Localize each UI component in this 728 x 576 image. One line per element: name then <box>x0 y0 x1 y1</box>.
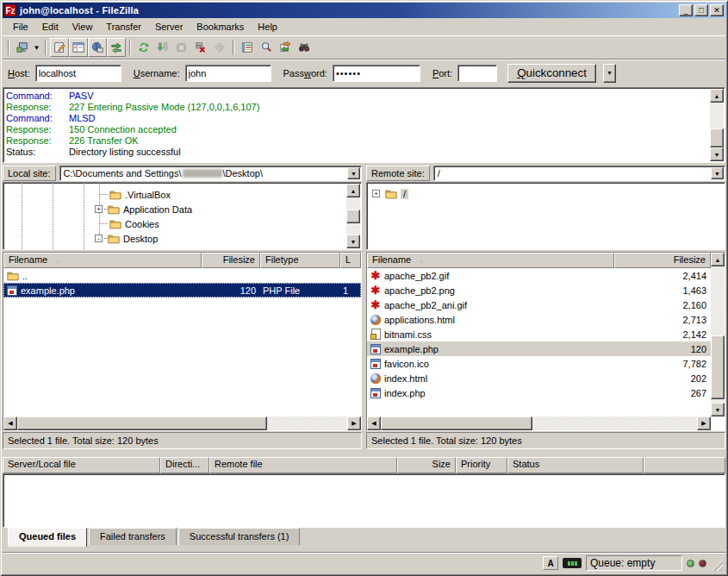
scroll-up-button[interactable]: ▲ <box>711 253 725 266</box>
scroll-thumb[interactable] <box>710 128 724 147</box>
tree-item-cookies[interactable]: Cookies <box>109 216 159 231</box>
site-manager-dropdown[interactable]: ▼ <box>32 38 41 57</box>
refresh-button[interactable] <box>134 38 153 57</box>
toggle-local-tree-button[interactable] <box>69 38 88 57</box>
generic-file-icon <box>370 359 381 369</box>
password-input[interactable] <box>333 65 420 82</box>
remote-directory-tree[interactable]: + / <box>366 182 725 250</box>
file-row[interactable]: bitnami.css2,142 <box>367 327 711 341</box>
process-queue-button[interactable] <box>153 38 172 57</box>
column-header-size[interactable]: Size <box>397 457 456 473</box>
local-path-combobox[interactable]: C:\Documents and Settings\\Desktop\ ▼ <box>59 166 362 181</box>
tree-item-root[interactable]: + / <box>372 186 408 201</box>
column-header-last-modified[interactable]: L <box>340 253 361 268</box>
quickconnect-button[interactable]: Quickconnect <box>507 64 596 83</box>
menu-edit[interactable]: Edit <box>35 20 65 34</box>
scroll-left-button[interactable]: ◀ <box>367 416 381 430</box>
app-logo-icon: Fz <box>4 4 16 16</box>
speed-limit-indicator-icon[interactable] <box>563 558 582 568</box>
tree-item-application-data[interactable]: + Application Data <box>95 202 192 216</box>
scroll-thumb[interactable] <box>711 335 725 399</box>
file-row[interactable]: applications.html2,713 <box>367 312 711 327</box>
tree-item-virtualbox[interactable]: .VirtualBox <box>109 187 171 202</box>
local-horizontal-scrollbar[interactable]: ◀ ▶ <box>3 416 361 430</box>
scroll-right-button[interactable]: ▶ <box>697 416 711 430</box>
filter-button[interactable] <box>238 38 257 57</box>
tab-failed-transfers[interactable]: Failed transfers <box>89 528 177 545</box>
data-type-indicator-icon[interactable]: A <box>543 556 558 570</box>
remote-vertical-scrollbar[interactable]: ▲ ▼ <box>711 253 725 416</box>
column-header-filename[interactable]: Filename▲ <box>367 253 614 268</box>
column-header-server-local-file[interactable]: Server/Local file <box>3 457 160 473</box>
host-input[interactable] <box>35 65 121 82</box>
parent-directory-row[interactable]: .. <box>3 268 361 283</box>
tree-item-desktop[interactable]: - Desktop <box>95 231 158 246</box>
log-line: Status:Directory listing successful <box>3 147 725 158</box>
username-label: Username: <box>134 68 180 78</box>
scroll-thumb[interactable] <box>381 416 532 430</box>
expand-icon[interactable]: + <box>95 205 103 213</box>
local-directory-tree[interactable]: .VirtualBox + Application Data Cookies -… <box>3 182 362 250</box>
combobox-dropdown-icon[interactable]: ▼ <box>711 167 724 179</box>
scroll-thumb[interactable] <box>346 210 360 223</box>
find-files-button[interactable] <box>295 38 314 57</box>
close-button[interactable]: ✕ <box>710 4 724 16</box>
scroll-down-button[interactable]: ▼ <box>346 235 360 248</box>
minimize-button[interactable]: _ <box>679 4 693 16</box>
file-row[interactable]: favicon.ico7,782 <box>367 356 711 371</box>
scroll-down-button[interactable]: ▼ <box>710 147 724 161</box>
menu-server[interactable]: Server <box>148 20 190 34</box>
file-row-selected[interactable]: example.php 120 PHP File 1 <box>3 283 361 297</box>
toggle-message-log-button[interactable] <box>50 38 69 57</box>
menu-file[interactable]: File <box>6 20 35 34</box>
file-row[interactable]: ✱apache_pb2.png1,463 <box>367 283 711 297</box>
synchronized-browsing-button[interactable] <box>276 38 295 57</box>
reconnect-button[interactable] <box>210 38 229 57</box>
scroll-up-button[interactable]: ▲ <box>710 89 724 103</box>
menu-transfer[interactable]: Transfer <box>99 20 148 34</box>
scroll-thumb[interactable] <box>17 416 267 430</box>
column-header-status[interactable]: Status <box>507 457 644 473</box>
quickconnect-dropdown[interactable]: ▼ <box>603 64 616 83</box>
remote-path-combobox[interactable]: / ▼ <box>433 166 725 181</box>
remote-horizontal-scrollbar[interactable]: ◀ ▶ <box>367 416 711 430</box>
maximize-button[interactable]: □ <box>694 4 708 16</box>
file-row[interactable]: ✱apache_pb2.gif2,414 <box>367 268 711 283</box>
cancel-operation-button[interactable] <box>172 38 191 57</box>
column-header-direction[interactable]: Directi... <box>160 457 209 473</box>
username-input[interactable] <box>185 65 271 82</box>
disconnect-button[interactable] <box>191 38 210 57</box>
column-header-filetype[interactable]: Filetype <box>260 253 340 268</box>
column-header-remote-file[interactable]: Remote file <box>209 457 397 473</box>
toggle-remote-tree-button[interactable] <box>88 38 107 57</box>
toggle-transfer-queue-button[interactable] <box>107 38 126 57</box>
tab-successful-transfers[interactable]: Successful transfers (1) <box>178 528 301 545</box>
site-manager-button[interactable] <box>13 38 32 57</box>
log-scrollbar[interactable]: ▲ ▼ <box>710 89 724 161</box>
menu-bookmarks[interactable]: Bookmarks <box>190 20 251 34</box>
combobox-dropdown-icon[interactable]: ▼ <box>347 167 360 179</box>
port-input[interactable] <box>457 65 497 82</box>
scroll-left-button[interactable]: ◀ <box>3 416 17 430</box>
tab-queued-files[interactable]: Queued files <box>8 528 87 547</box>
expand-icon[interactable]: + <box>372 190 380 197</box>
column-header-priority[interactable]: Priority <box>456 457 507 473</box>
file-row[interactable]: index.html202 <box>367 371 711 385</box>
column-header-filesize[interactable]: Filesize <box>202 253 260 268</box>
column-header-filesize[interactable]: Filesize <box>614 253 711 268</box>
column-header-spacer <box>644 457 725 473</box>
menu-view[interactable]: View <box>65 20 100 34</box>
local-tree-scrollbar[interactable]: ▲ ▼ <box>346 184 360 248</box>
file-row[interactable]: ✱apache_pb2_ani.gif2,160 <box>367 297 711 312</box>
column-header-filename[interactable]: Filename▲ <box>3 253 202 268</box>
file-row-selected[interactable]: example.php120 <box>367 341 711 356</box>
resize-grip[interactable] <box>711 559 723 571</box>
file-search-button[interactable] <box>257 38 276 57</box>
collapse-icon[interactable]: - <box>95 235 103 242</box>
scroll-right-button[interactable]: ▶ <box>347 416 361 430</box>
scroll-down-button[interactable]: ▼ <box>711 403 725 416</box>
queue-list[interactable] <box>3 473 725 528</box>
file-row[interactable]: index.php267 <box>367 385 711 400</box>
menu-help[interactable]: Help <box>251 20 284 34</box>
scroll-up-button[interactable]: ▲ <box>346 184 360 197</box>
